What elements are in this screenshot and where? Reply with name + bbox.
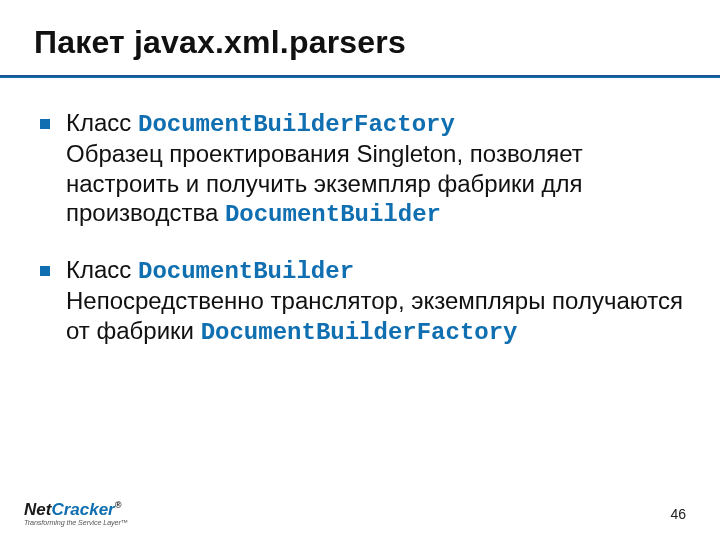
logo-registered: ® — [115, 500, 122, 510]
desc-code: DocumentBuilderFactory — [201, 319, 518, 346]
item-label: Класс — [66, 109, 138, 136]
logo-text: NetCracker® — [24, 501, 128, 518]
desc-code: DocumentBuilder — [225, 201, 441, 228]
item-description: Образец проектирования Singleton, позвол… — [66, 139, 686, 229]
class-name: DocumentBuilder — [138, 258, 354, 285]
logo: NetCracker® Transforming the Service Lay… — [24, 501, 128, 526]
bullet-list: Класс DocumentBuilderFactory Образец про… — [40, 108, 686, 347]
list-item: Класс DocumentBuilder Непосредственно тр… — [40, 255, 686, 347]
slide-footer: NetCracker® Transforming the Service Lay… — [0, 490, 720, 530]
logo-part-net: Net — [24, 500, 51, 519]
item-description: Непосредственно транслятор, экземпляры п… — [66, 286, 686, 347]
class-name: DocumentBuilderFactory — [138, 111, 455, 138]
item-label: Класс — [66, 256, 138, 283]
logo-part-cracker: Cracker — [51, 500, 114, 519]
title-divider — [0, 75, 720, 78]
list-item: Класс DocumentBuilderFactory Образец про… — [40, 108, 686, 229]
page-number: 46 — [670, 506, 686, 522]
slide-title: Пакет javax.xml.parsers — [34, 24, 686, 61]
slide: Пакет javax.xml.parsers Класс DocumentBu… — [0, 0, 720, 540]
logo-tagline: Transforming the Service Layer™ — [24, 519, 128, 526]
